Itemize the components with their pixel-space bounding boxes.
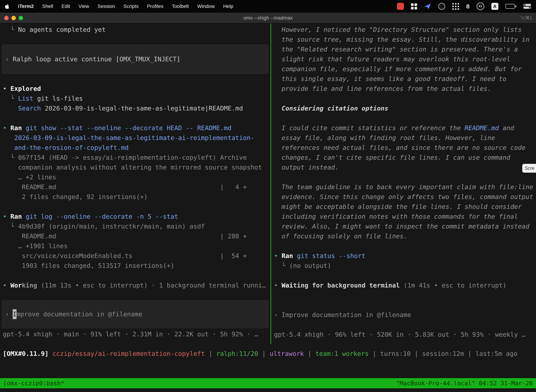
- menu-item-edit[interactable]: Edit: [57, 4, 74, 9]
- screen-share-popup[interactable]: Scre: [522, 164, 536, 173]
- terminal-line: might be acceptable alongside the file l…: [274, 202, 535, 212]
- macos-menu-bar: iTerm2 Shell Edit View Session Scripts P…: [0, 0, 536, 13]
- battery-icon[interactable]: [505, 4, 516, 9]
- terminal-line: 1903 files changed, 513517 insertions(+): [3, 261, 268, 271]
- terminal-line: └ (no output): [274, 261, 535, 271]
- traffic-lights: [4, 13, 23, 23]
- terminal-line: Considering citation options: [274, 103, 535, 113]
- window-titlebar[interactable]: omx --xhigh --madmax ⌥⌘1: [0, 13, 536, 23]
- menu-item-iterm2[interactable]: iTerm2: [14, 4, 38, 9]
- terminal-line: … +2 lines: [3, 172, 268, 182]
- menu-item-session[interactable]: Session: [93, 4, 119, 9]
- prompt-input-right[interactable]: › Improve documentation in @filename: [274, 310, 535, 320]
- input-source-icon[interactable]: A: [491, 3, 498, 10]
- terminal-line: [274, 271, 535, 280]
- terminal-line: companion analysis without altering the …: [3, 163, 268, 172]
- input-placeholder: mprove documentation in @filename: [17, 309, 142, 319]
- terminal-line: [3, 113, 268, 123]
- terminal-line: README.md | 280 +: [3, 231, 268, 241]
- terminal-line: • Ran git show --stat --oneline --decora…: [3, 123, 268, 133]
- terminal-line: references need actual files, and since …: [274, 143, 535, 153]
- menu-item-shell[interactable]: Shell: [38, 4, 57, 9]
- terminal-line: [OMX#0.11.9] cczip/essay/ai-reimplementa…: [3, 349, 533, 359]
- tmux-status-bar: [omx-cczip0:bash* "MacBook-Pro-44.local"…: [0, 378, 536, 388]
- zoom-window-button[interactable]: [19, 16, 23, 20]
- figure-eight-icon[interactable]: 8: [466, 3, 469, 10]
- terminal-line: essay file, along with finding root file…: [274, 133, 535, 143]
- prompt-chevron: ›: [274, 311, 282, 318]
- terminal-line: including verification notes with those …: [274, 212, 535, 221]
- terminal-line: provide file and line references from th…: [274, 84, 535, 93]
- menu-item-toolbelt[interactable]: Toolbelt: [168, 4, 193, 9]
- terminal-line: [3, 271, 268, 280]
- prompt-chevron: ›: [5, 309, 13, 319]
- right-scrollback: However, I noticed the "Directory Struct…: [274, 25, 535, 290]
- input-placeholder: Improve documentation in @filename: [282, 311, 411, 318]
- terminal-line: • Waiting for background terminal (1m 41…: [274, 280, 535, 290]
- prompt-chevron: ›: [5, 54, 13, 64]
- terminal-line: output instead.: [274, 163, 535, 172]
- terminal-line: └ List git ls-files: [3, 93, 268, 103]
- menu-item-scripts[interactable]: Scripts: [119, 4, 143, 9]
- terminal-line: companion file, especially if more comme…: [274, 64, 535, 74]
- terminal-line: [274, 93, 535, 103]
- window-title: omx --xhigh --madmax: [243, 15, 293, 21]
- terminal-line: However, I noticed the "Directory Struct…: [274, 25, 535, 35]
- close-window-button[interactable]: [4, 16, 9, 20]
- agents-note-line: └ No agents completed yet: [3, 25, 268, 35]
- terminal-line: [274, 172, 535, 182]
- terminal-line: of focusing solely on file lines.: [274, 231, 535, 241]
- terminal-line: I could cite commit statistics or refere…: [274, 123, 535, 133]
- tree-branch-glyph: └: [3, 26, 18, 33]
- apple-menu-icon[interactable]: [5, 4, 9, 9]
- window-grid-icon[interactable]: [411, 3, 417, 9]
- left-pane: └ No agents completed yet › Ralph loop a…: [0, 23, 270, 344]
- terminal-line: The team guideline is to back every impo…: [274, 182, 535, 192]
- terminal-line: • Working (11m 13s • esc to interrupt) ·…: [3, 280, 268, 290]
- screen-recording-indicator-icon[interactable]: [397, 3, 404, 10]
- terminal-line: 2 files changed, 92 insertions(+): [3, 192, 268, 202]
- terminal-line: Search 2026-03-09-is-legal-the-same-as-l…: [3, 103, 268, 113]
- terminal-line: … +1901 lines: [3, 241, 268, 251]
- toggles-icon[interactable]: [523, 4, 531, 9]
- minimize-window-button[interactable]: [11, 16, 16, 20]
- menu-item-view[interactable]: View: [74, 4, 93, 9]
- right-status-line: gpt-5.4 xhigh · 96% left · 520K in · 5.8…: [274, 330, 535, 340]
- menu-bar-left: iTerm2 Shell Edit View Session Scripts P…: [5, 4, 238, 9]
- tmux-panes: └ No agents completed yet › Ralph loop a…: [0, 23, 536, 344]
- terminal-line: evidence. Since this change only affects…: [274, 192, 535, 202]
- terminal-line: src/voice/voiceModeEnabled.ts | 54 +: [3, 251, 268, 261]
- terminal-line: • Explored: [3, 84, 268, 93]
- window-shortcut-hint: ⌥⌘1: [520, 15, 532, 20]
- menu-item-profiles[interactable]: Profiles: [143, 4, 168, 9]
- terminal-line: [274, 113, 535, 123]
- terminal-line: review. Also, I might want to inspect th…: [274, 221, 535, 231]
- terminal-line: changes, I can't cite specific file line…: [274, 153, 535, 163]
- terminal-line: └ 067f154 (HEAD -> essay/ai-reimplementa…: [3, 153, 268, 163]
- text-cursor: I: [13, 309, 17, 319]
- terminal-line: slight risk that future readers may over…: [274, 54, 535, 64]
- left-status-line: gpt-5.4 xhigh · main · 91% left · 2.31M …: [3, 329, 268, 339]
- prompt-input-left[interactable]: › Improve documentation in @filename: [2, 300, 269, 328]
- battery-gauge-icon[interactable]: 61: [477, 2, 484, 10]
- paper-plane-icon[interactable]: [424, 3, 431, 10]
- left-scrollback: • Explored └ List git ls-files Search 20…: [3, 84, 268, 290]
- menu-item-window[interactable]: Window: [193, 4, 219, 9]
- tmux-session-label: [omx-cczip0:bash*: [3, 380, 64, 387]
- menu-item-help[interactable]: Help: [219, 4, 238, 9]
- terminal-line: • Ran git log --oneline --decorate -n 5 …: [3, 212, 268, 221]
- iterm-window: omx --xhigh --madmax ⌥⌘1 └ No agents com…: [0, 13, 536, 392]
- tmux-host-clock: "MacBook-Pro-44.local" 04:52 31-Mar-26: [396, 380, 533, 387]
- menu-bar-status-area: 8 61 A: [397, 2, 531, 10]
- ralph-inject-text: Ralph loop active continue [OMX_TMUX_INJ…: [13, 54, 180, 64]
- terminal-line: 2026-03-09-is-legal-the-same-as-legitima…: [3, 133, 268, 143]
- terminal-line: README.md | 4 +: [3, 182, 268, 192]
- omx-status-bar: [OMX#0.11.9] cczip/essay/ai-reimplementa…: [3, 349, 533, 359]
- disk-utility-icon[interactable]: [438, 3, 445, 10]
- apps-grid-icon[interactable]: [452, 3, 459, 10]
- terminal-line: └ 4b9d30f (origin/main, instructkr/main,…: [3, 221, 268, 231]
- terminal-line: the source tree, missing the essay. Stil…: [274, 35, 535, 44]
- terminal-line: • Ran git status --short: [274, 251, 535, 261]
- terminal-line: and-the-erosion-of-copyleft.md: [3, 143, 268, 153]
- terminal-line: the "Related research writing" section i…: [274, 44, 535, 54]
